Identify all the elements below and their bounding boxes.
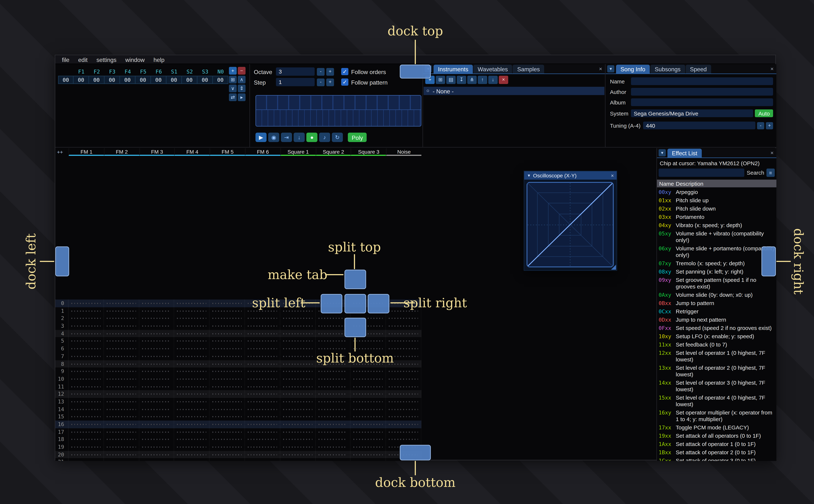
move-instrument-up-button[interactable]: ↑ — [478, 76, 487, 84]
effect-row-12xx[interactable]: 12xxSet level of operator 1 (0 highest, … — [659, 349, 776, 364]
effect-row-01xx[interactable]: 01xxPitch slide up — [659, 196, 776, 204]
pattern-cell[interactable] — [351, 383, 386, 390]
pattern-cell[interactable] — [210, 398, 245, 405]
effect-list-close-button[interactable]: × — [770, 150, 774, 156]
pattern-cell[interactable] — [280, 375, 315, 383]
channel-header-fm-6[interactable]: FM 6 — [245, 148, 280, 156]
pattern-cell[interactable] — [69, 322, 104, 330]
effect-row-0Dxx[interactable]: 0DxxJump to next pattern — [659, 316, 776, 324]
oscilloscope-titlebar[interactable]: ▼ Oscilloscope (X-Y) × — [524, 171, 617, 180]
pattern-cell[interactable] — [210, 352, 245, 360]
duplicate-order-end-button[interactable]: ⇕ — [238, 85, 245, 92]
pattern-cell[interactable] — [104, 405, 139, 413]
resize-grip[interactable] — [611, 265, 616, 270]
pattern-cell[interactable] — [280, 383, 315, 390]
octave-increase-button[interactable]: + — [326, 68, 334, 76]
pattern-cell[interactable] — [210, 428, 245, 436]
pattern-cell[interactable] — [174, 458, 209, 461]
make-tab-target[interactable] — [344, 294, 366, 313]
pattern-cell[interactable] — [104, 330, 139, 337]
pattern-cell[interactable] — [280, 428, 315, 436]
pattern-cell[interactable] — [104, 458, 139, 461]
pattern-cell[interactable] — [315, 405, 351, 413]
effect-row-05xy[interactable]: 05xyVolume slide + vibrato (compatibilit… — [659, 229, 776, 244]
pattern-cell[interactable] — [174, 300, 209, 307]
pattern-cell[interactable] — [174, 413, 209, 421]
pattern-cell[interactable] — [174, 352, 209, 360]
pattern-cell[interactable] — [351, 368, 386, 375]
pattern-cell[interactable] — [315, 413, 351, 421]
pattern-cell[interactable] — [315, 383, 351, 390]
dock-bottom-target[interactable] — [400, 445, 431, 460]
song-pane-menu-button[interactable]: ▼ — [607, 65, 614, 72]
orders-row-index[interactable]: 00 — [58, 76, 74, 84]
tuning-decrease-button[interactable]: - — [757, 122, 764, 129]
remove-order-button[interactable]: − — [238, 67, 245, 75]
pattern-cell[interactable] — [69, 398, 104, 405]
move-instrument-down-button[interactable]: ↓ — [488, 76, 498, 84]
tab-subsongs[interactable]: Subsongs — [650, 65, 685, 74]
pattern-cell[interactable] — [104, 413, 139, 421]
pattern-cell[interactable] — [69, 307, 104, 315]
effect-row-03xx[interactable]: 03xxPortamento — [659, 213, 776, 221]
name-input[interactable] — [631, 77, 773, 85]
duplicate-order-button[interactable]: ⊞ — [229, 76, 237, 83]
split-bottom-target[interactable] — [344, 318, 366, 337]
pattern-cell[interactable] — [69, 413, 104, 421]
pattern-cell[interactable] — [280, 451, 315, 458]
pattern-cell[interactable] — [245, 315, 280, 322]
play-button[interactable]: ▶ — [255, 133, 266, 142]
pattern-cell[interactable] — [69, 421, 104, 428]
pattern-cell[interactable] — [104, 443, 139, 451]
pattern-cell[interactable] — [245, 451, 280, 458]
move-order-up-button[interactable]: ∧ — [238, 76, 245, 83]
step-decrease-button[interactable]: - — [317, 78, 324, 86]
open-instrument-button[interactable]: ▤ — [446, 76, 456, 84]
pattern-cell[interactable] — [351, 451, 386, 458]
pattern-cell[interactable] — [315, 398, 351, 405]
pattern-cell[interactable] — [386, 383, 422, 390]
pattern-cell[interactable] — [104, 360, 139, 368]
pattern-cell[interactable] — [104, 398, 139, 405]
auto-button[interactable]: Auto — [755, 109, 773, 117]
pattern-cell[interactable] — [69, 375, 104, 383]
channel-header-fm-5[interactable]: FM 5 — [210, 148, 245, 156]
oscilloscope-close-button[interactable]: × — [611, 173, 614, 178]
pattern-cell[interactable] — [174, 383, 209, 390]
pattern-cell[interactable] — [174, 322, 209, 330]
pattern-cell[interactable] — [210, 458, 245, 461]
menu-item-help[interactable]: help — [153, 56, 165, 63]
pattern-cell[interactable] — [245, 443, 280, 451]
pattern-cell[interactable] — [386, 390, 422, 398]
pattern-cell[interactable] — [210, 443, 245, 451]
pattern-cell[interactable] — [174, 307, 209, 315]
orders-cell[interactable]: 00 — [151, 76, 166, 84]
pattern-cell[interactable] — [315, 421, 351, 428]
pattern-cell[interactable] — [69, 352, 104, 360]
effect-row-16xy[interactable]: 16xySet operator multiplier (x: operator… — [659, 408, 776, 423]
pattern-cell[interactable] — [351, 390, 386, 398]
effect-row-10xy[interactable]: 10xySetup LFO (x: enable; y: speed) — [659, 332, 776, 340]
pattern-cell[interactable] — [315, 428, 351, 436]
channel-header-noise[interactable]: Noise — [386, 148, 422, 156]
assets-close-button[interactable]: × — [599, 66, 602, 72]
pattern-cell[interactable] — [174, 436, 209, 443]
step-increase-button[interactable]: + — [326, 78, 334, 86]
pattern-cell[interactable] — [245, 421, 280, 428]
pattern-cell[interactable] — [351, 443, 386, 451]
pattern-cell[interactable] — [104, 345, 139, 352]
pattern-cell[interactable] — [351, 421, 386, 428]
effect-row-17xx[interactable]: 17xxToggle PCM mode (LEGACY) — [659, 423, 776, 432]
pattern-cell[interactable] — [351, 337, 386, 345]
effect-row-13xx[interactable]: 13xxSet level of operator 2 (0 highest, … — [659, 364, 776, 379]
pattern-cell[interactable] — [139, 413, 174, 421]
pattern-cell[interactable] — [210, 337, 245, 345]
step-input[interactable]: 1 — [276, 78, 315, 86]
pattern-cell[interactable] — [386, 375, 422, 383]
effect-row-06xy[interactable]: 06xyVolume slide + portamento (compatibi… — [659, 244, 776, 259]
pattern-cell[interactable] — [280, 337, 315, 345]
effect-row-02xx[interactable]: 02xxPitch slide down — [659, 204, 776, 213]
pattern-cell[interactable] — [69, 390, 104, 398]
pattern-cell[interactable] — [210, 300, 245, 307]
add-order-button[interactable]: + — [229, 67, 237, 75]
